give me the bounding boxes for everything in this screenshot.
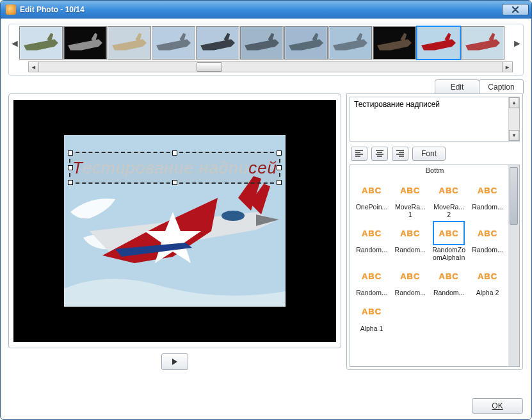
effect-icon: ABC [394, 264, 426, 288]
thumbnail-item[interactable] [152, 26, 195, 60]
align-center-icon [375, 150, 384, 158]
effect-icon: ABC [471, 221, 503, 245]
tab-caption[interactable]: Caption [479, 79, 524, 93]
align-left-button[interactable] [351, 147, 367, 161]
ok-button[interactable]: OK [472, 398, 523, 414]
thumbnail-item[interactable] [240, 26, 284, 60]
thumbnail-item[interactable] [417, 26, 460, 60]
effect-label: MoveRa... 1 [392, 204, 428, 218]
effect-icon: ABC [433, 221, 465, 245]
close-button[interactable] [502, 4, 529, 15]
effect-item[interactable]: ABCRandom... [354, 221, 389, 261]
effect-label: OnePoin... [354, 204, 389, 211]
align-center-button[interactable] [371, 147, 388, 161]
app-icon [6, 4, 16, 15]
effect-item[interactable]: ABCOnePoin... [354, 178, 389, 218]
effect-label: Random... [354, 246, 389, 254]
scrollbar-thumb[interactable] [510, 167, 518, 225]
effect-label: Random... [470, 246, 505, 254]
effect-icon: ABC [394, 221, 426, 245]
caption-overlay-text: Тестирование надписей [72, 158, 277, 178]
tab-edit[interactable]: Edit [435, 79, 480, 93]
effect-label: Alpha 1 [354, 325, 389, 333]
effects-header: Bottm [350, 165, 519, 175]
effect-icon: ABC [356, 221, 388, 245]
thumbnail-item[interactable] [461, 26, 504, 60]
resize-handle[interactable] [68, 150, 73, 156]
thumbnail-item[interactable] [63, 26, 107, 60]
effect-item[interactable]: ABCRandom... [470, 178, 505, 218]
effect-item[interactable]: ABCAlpha 1 [354, 300, 389, 333]
scrollbar-down-button[interactable]: ▼ [509, 130, 519, 141]
effect-icon: ABC [356, 300, 388, 324]
caption-toolbar: Font [347, 144, 522, 163]
align-left-icon [355, 150, 364, 158]
tab-bar: Edit Caption [8, 79, 524, 93]
thumbnail-list [19, 26, 513, 61]
thumbnail-strip: ◄ ► ◄ ► [8, 24, 524, 76]
caption-text-scrollbar[interactable]: ▲ ▼ [508, 97, 519, 141]
caption-text-input[interactable]: Тестирование надписей ▲ ▼ [350, 97, 520, 141]
align-right-icon [396, 150, 405, 158]
scrollbar-left-button[interactable]: ◄ [28, 61, 39, 72]
effect-label: Random... [470, 204, 505, 211]
effect-icon: ABC [356, 264, 388, 288]
effect-item[interactable]: ABCRandom... [431, 264, 467, 297]
effect-icon: ABC [471, 264, 503, 288]
effect-label: Random... [392, 289, 428, 297]
resize-handle[interactable] [277, 150, 282, 156]
effect-item[interactable]: ABCRandom... [392, 221, 428, 261]
thumbnail-scrollbar[interactable]: ◄ ► [28, 61, 513, 72]
thumbnail-item[interactable] [328, 26, 372, 60]
effect-label: Random... [431, 289, 467, 297]
scrollbar-right-button[interactable]: ► [502, 61, 513, 72]
align-right-button[interactable] [392, 147, 408, 161]
scrollbar-track[interactable] [39, 61, 502, 72]
resize-handle[interactable] [172, 180, 177, 185]
resize-handle[interactable] [277, 165, 282, 170]
effect-item[interactable]: ABCRandomZoomAlphaIn [431, 221, 467, 261]
thumbnail-item[interactable] [108, 26, 151, 60]
effect-item[interactable]: ABCRandom... [392, 264, 428, 297]
effects-scrollbar[interactable] [508, 165, 519, 366]
effect-label: Random... [392, 246, 428, 254]
scrollbar-track[interactable] [509, 108, 519, 130]
preview-panel: Тестирование надписей [8, 93, 341, 348]
caption-overlay[interactable]: Тестирование надписей [69, 152, 280, 184]
effects-panel: Bottm ABCOnePoin...ABCMoveRa... 1ABCMove… [350, 165, 520, 367]
play-icon [172, 358, 178, 366]
thumb-prev-button[interactable]: ◄ [10, 26, 19, 61]
scrollbar-up-button[interactable]: ▲ [509, 97, 519, 108]
close-icon [512, 6, 519, 13]
effect-label: Alpha 2 [470, 289, 505, 297]
effect-item[interactable]: ABCMoveRa... 2 [431, 178, 467, 218]
window-title: Edit Photo - 10/14 [20, 5, 502, 14]
svg-point-13 [222, 211, 245, 221]
effect-label: MoveRa... 2 [431, 204, 467, 218]
font-button[interactable]: Font [412, 147, 446, 161]
thumb-next-button[interactable]: ► [513, 26, 522, 61]
resize-handle[interactable] [172, 150, 177, 156]
resize-handle[interactable] [68, 180, 73, 185]
thumbnail-item[interactable] [373, 26, 416, 60]
play-button[interactable] [161, 353, 188, 370]
effect-item[interactable]: ABCRandom... [470, 221, 505, 261]
thumbnail-item[interactable] [19, 26, 63, 60]
resize-handle[interactable] [68, 165, 73, 170]
thumbnail-item[interactable] [196, 26, 239, 60]
scrollbar-thumb[interactable] [197, 62, 222, 72]
effect-item[interactable]: ABCMoveRa... 1 [392, 178, 428, 218]
effect-icon: ABC [394, 178, 426, 202]
caption-text-value: Тестирование надписей [354, 100, 440, 109]
thumbnail-item[interactable] [284, 26, 328, 60]
effect-icon: ABC [471, 178, 503, 202]
effect-item[interactable]: ABCAlpha 2 [470, 264, 505, 297]
effect-icon: ABC [433, 264, 465, 288]
svg-marker-14 [172, 359, 177, 365]
title-bar: Edit Photo - 10/14 [1, 1, 531, 19]
effect-label: Random... [354, 289, 389, 297]
photo-canvas[interactable]: Тестирование надписей [64, 135, 286, 307]
effect-icon: ABC [356, 178, 388, 202]
effect-item[interactable]: ABCRandom... [354, 264, 389, 297]
resize-handle[interactable] [277, 180, 282, 185]
